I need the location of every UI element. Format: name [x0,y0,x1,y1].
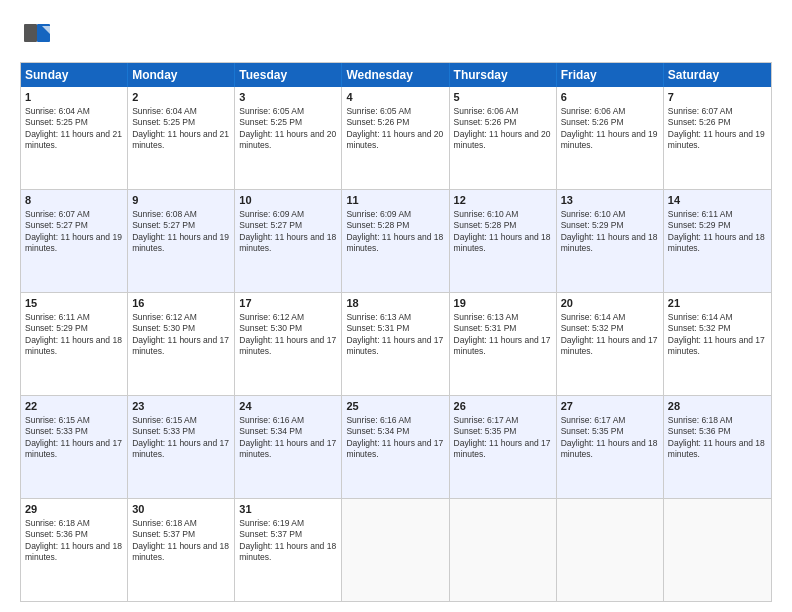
day-number: 26 [454,399,552,414]
day-info: Sunrise: 6:09 AM Sunset: 5:28 PM Dayligh… [346,209,444,255]
day-cell-24: 24Sunrise: 6:16 AM Sunset: 5:34 PM Dayli… [235,396,342,498]
day-cell-25: 25Sunrise: 6:16 AM Sunset: 5:34 PM Dayli… [342,396,449,498]
header-day-thursday: Thursday [450,63,557,87]
day-info: Sunrise: 6:12 AM Sunset: 5:30 PM Dayligh… [132,312,230,358]
day-number: 10 [239,193,337,208]
logo [20,16,58,52]
day-cell-28: 28Sunrise: 6:18 AM Sunset: 5:36 PM Dayli… [664,396,771,498]
day-info: Sunrise: 6:17 AM Sunset: 5:35 PM Dayligh… [561,415,659,461]
day-info: Sunrise: 6:19 AM Sunset: 5:37 PM Dayligh… [239,518,337,564]
day-info: Sunrise: 6:10 AM Sunset: 5:28 PM Dayligh… [454,209,552,255]
calendar-week-2: 8Sunrise: 6:07 AM Sunset: 5:27 PM Daylig… [21,190,771,293]
day-info: Sunrise: 6:16 AM Sunset: 5:34 PM Dayligh… [346,415,444,461]
day-info: Sunrise: 6:12 AM Sunset: 5:30 PM Dayligh… [239,312,337,358]
day-info: Sunrise: 6:06 AM Sunset: 5:26 PM Dayligh… [454,106,552,152]
calendar-body: 1Sunrise: 6:04 AM Sunset: 5:25 PM Daylig… [21,87,771,601]
day-number: 12 [454,193,552,208]
day-info: Sunrise: 6:13 AM Sunset: 5:31 PM Dayligh… [454,312,552,358]
day-info: Sunrise: 6:06 AM Sunset: 5:26 PM Dayligh… [561,106,659,152]
day-cell-19: 19Sunrise: 6:13 AM Sunset: 5:31 PM Dayli… [450,293,557,395]
day-cell-30: 30Sunrise: 6:18 AM Sunset: 5:37 PM Dayli… [128,499,235,601]
day-cell-31: 31Sunrise: 6:19 AM Sunset: 5:37 PM Dayli… [235,499,342,601]
day-info: Sunrise: 6:11 AM Sunset: 5:29 PM Dayligh… [25,312,123,358]
day-number: 20 [561,296,659,311]
day-cell-11: 11Sunrise: 6:09 AM Sunset: 5:28 PM Dayli… [342,190,449,292]
day-info: Sunrise: 6:07 AM Sunset: 5:27 PM Dayligh… [25,209,123,255]
day-number: 3 [239,90,337,105]
empty-cell [342,499,449,601]
day-info: Sunrise: 6:13 AM Sunset: 5:31 PM Dayligh… [346,312,444,358]
day-number: 4 [346,90,444,105]
day-number: 2 [132,90,230,105]
day-cell-7: 7Sunrise: 6:07 AM Sunset: 5:26 PM Daylig… [664,87,771,189]
day-number: 13 [561,193,659,208]
day-info: Sunrise: 6:07 AM Sunset: 5:26 PM Dayligh… [668,106,767,152]
day-number: 24 [239,399,337,414]
day-info: Sunrise: 6:18 AM Sunset: 5:36 PM Dayligh… [25,518,123,564]
empty-cell [664,499,771,601]
day-cell-16: 16Sunrise: 6:12 AM Sunset: 5:30 PM Dayli… [128,293,235,395]
day-cell-20: 20Sunrise: 6:14 AM Sunset: 5:32 PM Dayli… [557,293,664,395]
day-cell-29: 29Sunrise: 6:18 AM Sunset: 5:36 PM Dayli… [21,499,128,601]
day-number: 31 [239,502,337,517]
empty-cell [557,499,664,601]
day-cell-15: 15Sunrise: 6:11 AM Sunset: 5:29 PM Dayli… [21,293,128,395]
header-day-wednesday: Wednesday [342,63,449,87]
day-number: 15 [25,296,123,311]
day-number: 18 [346,296,444,311]
day-number: 5 [454,90,552,105]
day-info: Sunrise: 6:08 AM Sunset: 5:27 PM Dayligh… [132,209,230,255]
day-cell-8: 8Sunrise: 6:07 AM Sunset: 5:27 PM Daylig… [21,190,128,292]
day-number: 16 [132,296,230,311]
day-number: 22 [25,399,123,414]
calendar-week-5: 29Sunrise: 6:18 AM Sunset: 5:36 PM Dayli… [21,499,771,601]
day-info: Sunrise: 6:18 AM Sunset: 5:36 PM Dayligh… [668,415,767,461]
day-number: 19 [454,296,552,311]
day-cell-18: 18Sunrise: 6:13 AM Sunset: 5:31 PM Dayli… [342,293,449,395]
day-cell-13: 13Sunrise: 6:10 AM Sunset: 5:29 PM Dayli… [557,190,664,292]
svg-rect-1 [24,24,37,42]
day-cell-14: 14Sunrise: 6:11 AM Sunset: 5:29 PM Dayli… [664,190,771,292]
day-cell-10: 10Sunrise: 6:09 AM Sunset: 5:27 PM Dayli… [235,190,342,292]
day-cell-26: 26Sunrise: 6:17 AM Sunset: 5:35 PM Dayli… [450,396,557,498]
calendar-week-3: 15Sunrise: 6:11 AM Sunset: 5:29 PM Dayli… [21,293,771,396]
day-info: Sunrise: 6:17 AM Sunset: 5:35 PM Dayligh… [454,415,552,461]
day-number: 28 [668,399,767,414]
header-day-sunday: Sunday [21,63,128,87]
day-cell-9: 9Sunrise: 6:08 AM Sunset: 5:27 PM Daylig… [128,190,235,292]
day-info: Sunrise: 6:11 AM Sunset: 5:29 PM Dayligh… [668,209,767,255]
day-number: 7 [668,90,767,105]
day-info: Sunrise: 6:04 AM Sunset: 5:25 PM Dayligh… [132,106,230,152]
day-cell-17: 17Sunrise: 6:12 AM Sunset: 5:30 PM Dayli… [235,293,342,395]
logo-icon [20,16,56,52]
header-day-saturday: Saturday [664,63,771,87]
day-number: 27 [561,399,659,414]
day-info: Sunrise: 6:09 AM Sunset: 5:27 PM Dayligh… [239,209,337,255]
empty-cell [450,499,557,601]
day-number: 14 [668,193,767,208]
day-info: Sunrise: 6:16 AM Sunset: 5:34 PM Dayligh… [239,415,337,461]
day-cell-3: 3Sunrise: 6:05 AM Sunset: 5:25 PM Daylig… [235,87,342,189]
day-cell-27: 27Sunrise: 6:17 AM Sunset: 5:35 PM Dayli… [557,396,664,498]
day-cell-1: 1Sunrise: 6:04 AM Sunset: 5:25 PM Daylig… [21,87,128,189]
day-number: 29 [25,502,123,517]
header-day-friday: Friday [557,63,664,87]
day-number: 8 [25,193,123,208]
page: SundayMondayTuesdayWednesdayThursdayFrid… [0,0,792,612]
day-info: Sunrise: 6:04 AM Sunset: 5:25 PM Dayligh… [25,106,123,152]
day-cell-2: 2Sunrise: 6:04 AM Sunset: 5:25 PM Daylig… [128,87,235,189]
day-cell-21: 21Sunrise: 6:14 AM Sunset: 5:32 PM Dayli… [664,293,771,395]
day-cell-4: 4Sunrise: 6:05 AM Sunset: 5:26 PM Daylig… [342,87,449,189]
day-number: 6 [561,90,659,105]
day-info: Sunrise: 6:15 AM Sunset: 5:33 PM Dayligh… [132,415,230,461]
day-cell-5: 5Sunrise: 6:06 AM Sunset: 5:26 PM Daylig… [450,87,557,189]
day-number: 11 [346,193,444,208]
day-info: Sunrise: 6:14 AM Sunset: 5:32 PM Dayligh… [561,312,659,358]
calendar-week-4: 22Sunrise: 6:15 AM Sunset: 5:33 PM Dayli… [21,396,771,499]
day-number: 9 [132,193,230,208]
header-day-tuesday: Tuesday [235,63,342,87]
day-info: Sunrise: 6:18 AM Sunset: 5:37 PM Dayligh… [132,518,230,564]
day-number: 23 [132,399,230,414]
day-number: 1 [25,90,123,105]
calendar: SundayMondayTuesdayWednesdayThursdayFrid… [20,62,772,602]
